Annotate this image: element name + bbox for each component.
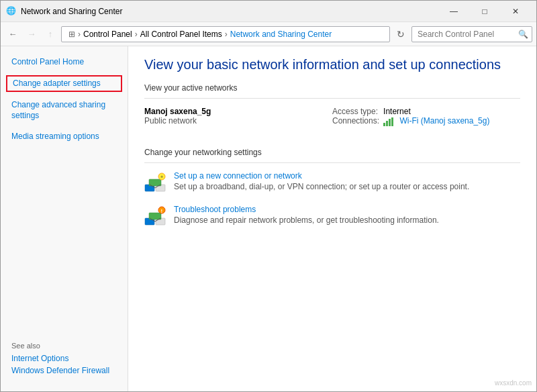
search-wrapper: 🔍 — [411, 26, 532, 42]
svg-rect-3 — [391, 117, 393, 126]
main-container: Control Panel Home Change adapter settin… — [1, 46, 536, 392]
sidebar-item-control-panel-home[interactable]: Control Panel Home — [1, 54, 128, 70]
sidebar-bottom: See also Internet Options Windows Defend… — [1, 334, 128, 385]
setting-item-troubleshoot: ! Troubleshoot problems Diagnose and rep… — [144, 205, 520, 228]
window-controls: — □ ✕ — [438, 1, 531, 22]
troubleshoot-desc: Diagnose and repair network problems, or… — [174, 215, 439, 225]
troubleshoot-icon: ! — [144, 206, 166, 228]
window-icon: 🌐 — [6, 6, 17, 17]
sidebar-item-media-streaming[interactable]: Media streaming options — [1, 129, 128, 144]
close-button[interactable]: ✕ — [500, 1, 531, 22]
page-title: View your basic network information and … — [144, 57, 520, 72]
setup-connection-link[interactable]: Set up a new connection or network — [174, 171, 469, 181]
see-also-label: See also — [11, 342, 117, 350]
sidebar-item-change-advanced-sharing[interactable]: Change advanced sharing settings — [1, 97, 128, 124]
up-button[interactable]: ↑ — [42, 26, 58, 42]
network-setup-svg: + — [144, 173, 166, 194]
setup-connection-desc: Set up a broadband, dial-up, or VPN conn… — [174, 182, 469, 191]
svg-text:!: ! — [161, 208, 163, 214]
setup-content: Set up a new connection or network Set u… — [174, 171, 469, 191]
network-type: Public network — [144, 116, 332, 126]
window-title: Network and Sharing Center — [21, 7, 438, 16]
troubleshoot-link[interactable]: Troubleshoot problems — [174, 205, 439, 214]
access-type-label: Access type: — [332, 107, 383, 116]
sidebar-windows-defender[interactable]: Windows Defender Firewall — [11, 364, 117, 377]
setting-item-setup: + Set up a new connection or network Set… — [144, 171, 520, 194]
networking-settings-header: Change your networking settings — [144, 148, 520, 157]
back-button[interactable]: ← — [5, 26, 21, 42]
network-name: Manoj saxena_5g — [144, 107, 332, 116]
search-input[interactable] — [411, 26, 532, 42]
path-current: Network and Sharing Center — [230, 30, 332, 39]
divider-2 — [144, 162, 520, 163]
wifi-icon — [383, 117, 395, 126]
address-bar: ← → ↑ ⊞ › Control Panel › All Control Pa… — [1, 22, 536, 46]
active-networks-table: Manoj saxena_5g Public network Access ty… — [144, 107, 520, 134]
svg-text:+: + — [160, 175, 163, 179]
troubleshoot-content: Troubleshoot problems Diagnose and repai… — [174, 205, 439, 225]
connections-label: Connections: — [332, 116, 383, 126]
path-all-items[interactable]: All Control Panel Items — [140, 30, 222, 39]
active-networks-header: View your active networks — [144, 83, 520, 93]
maximize-button[interactable]: □ — [469, 1, 500, 22]
setup-connection-icon: + — [144, 173, 166, 194]
refresh-button[interactable]: ↻ — [393, 26, 409, 42]
divider-1 — [144, 98, 520, 99]
access-type-value: Internet — [383, 107, 489, 116]
troubleshoot-svg: ! — [144, 206, 166, 228]
sidebar: Control Panel Home Change adapter settin… — [1, 46, 128, 392]
path-control-panel[interactable]: Control Panel — [83, 30, 132, 39]
watermark: wxsxdn.com — [495, 379, 532, 387]
forward-button[interactable]: → — [23, 26, 40, 42]
networking-settings: + Set up a new connection or network Set… — [144, 171, 520, 228]
address-path[interactable]: ⊞ › Control Panel › All Control Panel It… — [61, 26, 390, 42]
svg-rect-1 — [386, 121, 388, 126]
path-home-icon: ⊞ — [68, 30, 75, 39]
svg-rect-0 — [383, 123, 385, 126]
content-area: View your basic network information and … — [128, 46, 536, 392]
minimize-button[interactable]: — — [438, 1, 469, 22]
sidebar-item-change-adapter[interactable]: Change adapter settings — [6, 75, 122, 92]
title-bar: 🌐 Network and Sharing Center — □ ✕ — [1, 1, 536, 22]
sidebar-internet-options[interactable]: Internet Options — [11, 352, 117, 364]
svg-rect-2 — [389, 119, 391, 126]
connections-link[interactable]: Wi-Fi (Manoj saxena_5g) — [399, 116, 489, 126]
